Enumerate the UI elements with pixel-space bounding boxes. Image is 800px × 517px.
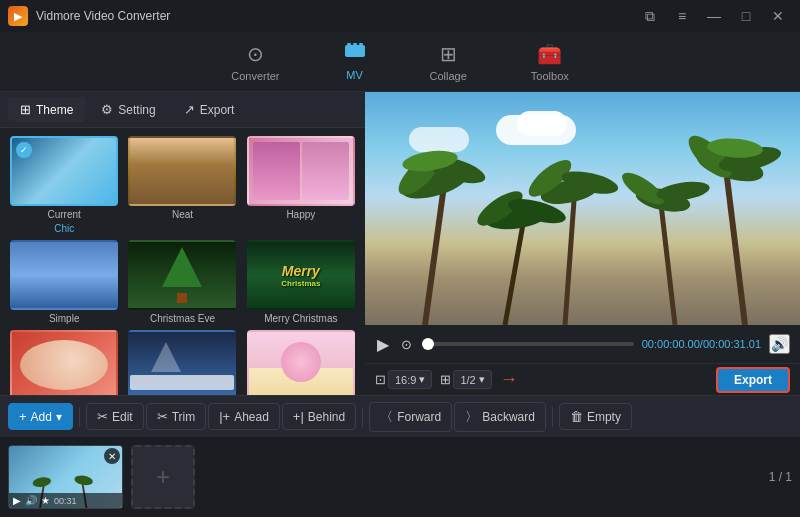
titlebar-menu-btn[interactable]: ≡ [668, 6, 696, 26]
converter-icon: ⊙ [247, 42, 264, 66]
forward-button[interactable]: 〈 Forward [369, 402, 452, 432]
svg-line-4 [425, 178, 445, 325]
theme-sublabel-current: Chic [54, 223, 74, 234]
theme-label-current: Current [47, 209, 80, 220]
theme-item-merry-christmas[interactable]: Merry Christmas Merry Christmas [245, 240, 357, 324]
backward-button[interactable]: 〉 Backward [454, 402, 546, 432]
ahead-label: Ahead [234, 410, 269, 424]
theme-item-christmas-eve[interactable]: Christmas Eve [126, 240, 238, 324]
svg-rect-0 [345, 45, 365, 57]
theme-thumb-neat[interactable] [128, 136, 236, 206]
svg-line-18 [505, 213, 525, 325]
backward-icon: 〉 [465, 408, 478, 426]
separator-3 [552, 407, 553, 427]
titlebar-controls: ⧉ ≡ — □ ✕ [636, 6, 792, 26]
theme-item-simple[interactable]: Simple [8, 240, 120, 324]
mv-icon [344, 42, 366, 65]
theme-item-neat[interactable]: Neat [126, 136, 238, 234]
forward-icon: 〈 [380, 408, 393, 426]
trim-button[interactable]: ✂ Trim [146, 403, 207, 430]
time-display: 00:00:00.00/00:00:31.01 [642, 338, 761, 350]
theme-label-merry-christmas: Merry Christmas [264, 313, 337, 324]
add-clip-button[interactable]: + [131, 445, 195, 509]
behind-icon: +| [293, 409, 304, 424]
svg-line-22 [660, 196, 675, 325]
fraction-select[interactable]: 1/2 ▾ [453, 370, 491, 389]
theme-item-snowy-night[interactable]: Snowy Night [126, 330, 238, 395]
clip-remove-button[interactable]: ✕ [104, 448, 120, 464]
behind-button[interactable]: +| Behind [282, 403, 356, 430]
tab-toolbox[interactable]: 🧰 Toolbox [519, 36, 581, 88]
titlebar: ▶ Vidmore Video Converter ⧉ ≡ — □ ✕ [0, 0, 800, 32]
panel-tab-export[interactable]: ↗ Export [172, 97, 247, 122]
theme-thumb-current[interactable]: ✓ [10, 136, 118, 206]
trim-label: Trim [172, 410, 196, 424]
selected-check-icon: ✓ [16, 142, 32, 158]
panel-tab-setting[interactable]: ⚙ Setting [89, 97, 167, 122]
export-button[interactable]: Export [716, 367, 790, 393]
bottom-toolbar: + Add ▾ ✂ Edit ✂ Trim |+ Ahead +| Behind… [0, 395, 800, 437]
tab-converter[interactable]: ⊙ Converter [219, 36, 291, 88]
clip-star-icon: ★ [41, 495, 50, 506]
add-icon: + [19, 409, 27, 424]
theme-thumb-christmas-eve[interactable] [128, 240, 236, 310]
tab-toolbox-label: Toolbox [531, 70, 569, 82]
svg-point-24 [617, 168, 670, 210]
empty-button[interactable]: 🗑 Empty [559, 403, 632, 430]
theme-label-neat: Neat [172, 209, 193, 220]
progress-bar[interactable] [422, 342, 634, 346]
titlebar-maximize-btn[interactable]: □ [732, 6, 760, 26]
theme-thumb-santa-claus[interactable] [10, 330, 118, 395]
clip-audio-icon: 🔊 [25, 495, 37, 506]
setting-gear-icon: ⚙ [101, 102, 113, 117]
ratio-value: 16:9 [395, 374, 416, 386]
theme-thumb-merry-christmas[interactable]: Merry Christmas [247, 240, 355, 310]
trim-icon: ✂ [157, 409, 168, 424]
theme-thumb-simple[interactable] [10, 240, 118, 310]
play-button[interactable]: ▶ [375, 333, 391, 356]
panel-tab-theme-label: Theme [36, 103, 73, 117]
edit-button[interactable]: ✂ Edit [86, 403, 144, 430]
ratio-chevron-icon: ▾ [419, 373, 425, 386]
forward-label: Forward [397, 410, 441, 424]
add-button[interactable]: + Add ▾ [8, 403, 73, 430]
ahead-button[interactable]: |+ Ahead [208, 403, 280, 430]
merry-text: Merry Christmas [281, 263, 320, 288]
separator-1 [79, 407, 80, 427]
fraction-container: ⊞ 1/2 ▾ [440, 370, 491, 389]
left-panel: ⊞ Theme ⚙ Setting ↗ Export ✓ Current Chi… [0, 92, 365, 395]
video-controls: ▶ ⊙ 00:00:00.00/00:00:31.01 🔊 [365, 325, 800, 363]
add-chevron-icon: ▾ [56, 410, 62, 424]
add-clip-plus-icon: + [156, 463, 170, 491]
svg-point-27 [32, 476, 52, 488]
panel-tab-export-label: Export [200, 103, 235, 117]
export-arrow-indicator: → [500, 369, 518, 390]
nav-tabs: ⊙ Converter MV ⊞ Collage 🧰 Toolbox [0, 32, 800, 92]
stop-button[interactable]: ⊙ [399, 335, 414, 354]
svg-line-9 [725, 161, 745, 325]
ahead-icon: |+ [219, 409, 230, 424]
collage-icon: ⊞ [440, 42, 457, 66]
theme-thumb-happy[interactable] [247, 136, 355, 206]
titlebar-close-btn[interactable]: ✕ [764, 6, 792, 26]
tab-mv[interactable]: MV [332, 36, 378, 87]
tab-mv-label: MV [346, 69, 363, 81]
theme-item-santa-claus[interactable]: Santa Claus [8, 330, 120, 395]
video-bottom-bar: ⊡ 16:9 ▾ ⊞ 1/2 ▾ → Export [365, 363, 800, 395]
panel-tab-theme[interactable]: ⊞ Theme [8, 97, 85, 122]
volume-button[interactable]: 🔊 [769, 334, 790, 354]
titlebar-dialog-btn[interactable]: ⧉ [636, 6, 664, 26]
theme-thumb-snowy-night[interactable] [128, 330, 236, 395]
tab-collage[interactable]: ⊞ Collage [418, 36, 479, 88]
theme-grid-icon: ⊞ [20, 102, 31, 117]
theme-item-current[interactable]: ✓ Current Chic [8, 136, 120, 234]
theme-thumb-stripes-waves[interactable] [247, 330, 355, 395]
backward-label: Backward [482, 410, 535, 424]
timeline-clip[interactable]: ✕ ▶ 🔊 ★ 00:31 [8, 445, 123, 509]
titlebar-minimize-btn[interactable]: — [700, 6, 728, 26]
svg-rect-3 [359, 43, 363, 45]
theme-item-happy[interactable]: Happy [245, 136, 357, 234]
ratio-select[interactable]: 16:9 ▾ [388, 370, 432, 389]
theme-item-stripes-waves[interactable]: Stripes & Waves [245, 330, 357, 395]
empty-label: Empty [587, 410, 621, 424]
